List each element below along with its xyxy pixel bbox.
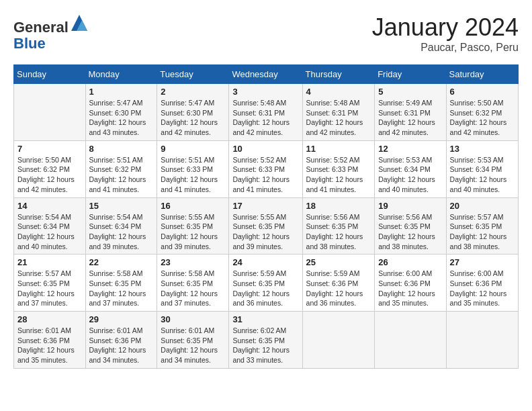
day-number: 21: [17, 257, 82, 267]
day-info: Sunrise: 5:56 AM Sunset: 6:35 PM Dayligh…: [378, 212, 442, 252]
calendar-title: January 2024: [372, 13, 519, 42]
day-info: Sunrise: 5:55 AM Sunset: 6:35 PM Dayligh…: [232, 212, 298, 252]
calendar-cell: 4Sunrise: 5:48 AM Sunset: 6:31 PM Daylig…: [302, 84, 375, 141]
calendar-cell: 25Sunrise: 5:59 AM Sunset: 6:36 PM Dayli…: [302, 255, 375, 312]
calendar-cell: [302, 312, 375, 369]
calendar-cell: [446, 312, 518, 369]
day-number: 10: [232, 144, 298, 154]
logo-icon: [70, 13, 89, 32]
day-number: 7: [17, 144, 82, 154]
day-info: Sunrise: 5:57 AM Sunset: 6:35 PM Dayligh…: [450, 212, 515, 252]
day-number: 24: [232, 257, 298, 267]
day-number: 8: [89, 144, 154, 154]
title-section: January 2024 Paucar, Pasco, Peru: [372, 13, 519, 54]
day-number: 5: [378, 87, 442, 97]
day-info: Sunrise: 6:00 AM Sunset: 6:36 PM Dayligh…: [378, 269, 442, 308]
calendar-cell: 13Sunrise: 5:53 AM Sunset: 6:34 PM Dayli…: [446, 140, 518, 197]
calendar-cell: 8Sunrise: 5:51 AM Sunset: 6:32 PM Daylig…: [85, 140, 157, 197]
day-number: 22: [89, 257, 154, 267]
calendar-cell: 16Sunrise: 5:55 AM Sunset: 6:35 PM Dayli…: [157, 197, 229, 255]
day-info: Sunrise: 6:02 AM Sunset: 6:35 PM Dayligh…: [232, 326, 298, 365]
day-number: 6: [450, 87, 515, 97]
day-info: Sunrise: 5:59 AM Sunset: 6:36 PM Dayligh…: [306, 269, 371, 308]
calendar-cell: 19Sunrise: 5:56 AM Sunset: 6:35 PM Dayli…: [375, 197, 446, 255]
calendar-cell: 27Sunrise: 6:00 AM Sunset: 6:36 PM Dayli…: [446, 255, 518, 312]
calendar-cell: 2Sunrise: 5:47 AM Sunset: 6:30 PM Daylig…: [157, 84, 229, 141]
day-number: 17: [232, 201, 298, 211]
day-info: Sunrise: 5:53 AM Sunset: 6:34 PM Dayligh…: [378, 155, 442, 195]
calendar-cell: 11Sunrise: 5:52 AM Sunset: 6:33 PM Dayli…: [302, 140, 375, 197]
day-info: Sunrise: 5:50 AM Sunset: 6:32 PM Dayligh…: [450, 98, 515, 138]
calendar-week-row: 1Sunrise: 5:47 AM Sunset: 6:30 PM Daylig…: [14, 84, 519, 141]
weekday-header-monday: Monday: [85, 65, 157, 84]
calendar-table: SundayMondayTuesdayWednesdayThursdayFrid…: [13, 64, 519, 369]
calendar-week-row: 28Sunrise: 6:01 AM Sunset: 6:36 PM Dayli…: [14, 312, 519, 369]
weekday-header-wednesday: Wednesday: [229, 65, 302, 84]
day-info: Sunrise: 5:47 AM Sunset: 6:30 PM Dayligh…: [89, 98, 154, 138]
calendar-cell: 18Sunrise: 5:56 AM Sunset: 6:35 PM Dayli…: [302, 197, 375, 255]
day-number: 13: [450, 144, 515, 154]
calendar-cell: 9Sunrise: 5:51 AM Sunset: 6:33 PM Daylig…: [157, 140, 229, 197]
calendar-cell: 31Sunrise: 6:02 AM Sunset: 6:35 PM Dayli…: [229, 312, 302, 369]
logo-general: General: [13, 19, 69, 36]
day-info: Sunrise: 5:52 AM Sunset: 6:33 PM Dayligh…: [306, 155, 371, 195]
logo: General Blue: [13, 13, 89, 52]
calendar-cell: 28Sunrise: 6:01 AM Sunset: 6:36 PM Dayli…: [14, 312, 86, 369]
calendar-cell: 1Sunrise: 5:47 AM Sunset: 6:30 PM Daylig…: [85, 84, 157, 141]
day-number: 14: [17, 201, 82, 211]
calendar-cell: [375, 312, 446, 369]
day-info: Sunrise: 5:53 AM Sunset: 6:34 PM Dayligh…: [450, 155, 515, 195]
calendar-cell: 12Sunrise: 5:53 AM Sunset: 6:34 PM Dayli…: [375, 140, 446, 197]
day-number: 1: [89, 87, 154, 97]
day-info: Sunrise: 5:54 AM Sunset: 6:34 PM Dayligh…: [89, 212, 154, 252]
day-number: 28: [17, 314, 82, 324]
logo-blue: Blue: [13, 35, 46, 52]
day-info: Sunrise: 5:52 AM Sunset: 6:33 PM Dayligh…: [232, 155, 298, 195]
calendar-cell: 30Sunrise: 6:01 AM Sunset: 6:35 PM Dayli…: [157, 312, 229, 369]
day-number: 11: [306, 144, 371, 154]
day-info: Sunrise: 5:48 AM Sunset: 6:31 PM Dayligh…: [306, 98, 371, 138]
day-info: Sunrise: 5:58 AM Sunset: 6:35 PM Dayligh…: [161, 269, 225, 308]
day-info: Sunrise: 5:49 AM Sunset: 6:31 PM Dayligh…: [378, 98, 442, 138]
calendar-cell: 7Sunrise: 5:50 AM Sunset: 6:32 PM Daylig…: [14, 140, 86, 197]
day-info: Sunrise: 5:50 AM Sunset: 6:32 PM Dayligh…: [17, 155, 82, 195]
calendar-cell: 14Sunrise: 5:54 AM Sunset: 6:34 PM Dayli…: [14, 197, 86, 255]
calendar-cell: 20Sunrise: 5:57 AM Sunset: 6:35 PM Dayli…: [446, 197, 518, 255]
calendar-cell: 10Sunrise: 5:52 AM Sunset: 6:33 PM Dayli…: [229, 140, 302, 197]
day-number: 23: [161, 257, 225, 267]
day-number: 31: [232, 314, 298, 324]
calendar-cell: 15Sunrise: 5:54 AM Sunset: 6:34 PM Dayli…: [85, 197, 157, 255]
weekday-header-friday: Friday: [375, 65, 446, 84]
day-number: 4: [306, 87, 371, 97]
calendar-cell: [14, 84, 86, 141]
calendar-cell: 17Sunrise: 5:55 AM Sunset: 6:35 PM Dayli…: [229, 197, 302, 255]
day-number: 20: [450, 201, 515, 211]
day-number: 25: [306, 257, 371, 267]
calendar-cell: 29Sunrise: 6:01 AM Sunset: 6:36 PM Dayli…: [85, 312, 157, 369]
day-number: 19: [378, 201, 442, 211]
day-number: 16: [161, 201, 225, 211]
day-info: Sunrise: 5:48 AM Sunset: 6:31 PM Dayligh…: [232, 98, 298, 138]
day-info: Sunrise: 5:51 AM Sunset: 6:32 PM Dayligh…: [89, 155, 154, 195]
calendar-week-row: 14Sunrise: 5:54 AM Sunset: 6:34 PM Dayli…: [14, 197, 519, 255]
calendar-cell: 23Sunrise: 5:58 AM Sunset: 6:35 PM Dayli…: [157, 255, 229, 312]
calendar-cell: 6Sunrise: 5:50 AM Sunset: 6:32 PM Daylig…: [446, 84, 518, 141]
calendar-cell: 26Sunrise: 6:00 AM Sunset: 6:36 PM Dayli…: [375, 255, 446, 312]
calendar-week-row: 21Sunrise: 5:57 AM Sunset: 6:35 PM Dayli…: [14, 255, 519, 312]
day-info: Sunrise: 5:54 AM Sunset: 6:34 PM Dayligh…: [17, 212, 82, 252]
day-number: 18: [306, 201, 371, 211]
day-info: Sunrise: 6:01 AM Sunset: 6:36 PM Dayligh…: [17, 326, 82, 365]
day-info: Sunrise: 5:47 AM Sunset: 6:30 PM Dayligh…: [161, 98, 225, 138]
day-number: 26: [378, 257, 442, 267]
day-info: Sunrise: 6:01 AM Sunset: 6:36 PM Dayligh…: [89, 326, 154, 365]
day-number: 12: [378, 144, 442, 154]
calendar-cell: 24Sunrise: 5:59 AM Sunset: 6:35 PM Dayli…: [229, 255, 302, 312]
day-number: 29: [89, 314, 154, 324]
day-info: Sunrise: 6:01 AM Sunset: 6:35 PM Dayligh…: [161, 326, 225, 365]
weekday-header-tuesday: Tuesday: [157, 65, 229, 84]
calendar-week-row: 7Sunrise: 5:50 AM Sunset: 6:32 PM Daylig…: [14, 140, 519, 197]
calendar-cell: 21Sunrise: 5:57 AM Sunset: 6:35 PM Dayli…: [14, 255, 86, 312]
day-number: 15: [89, 201, 154, 211]
calendar-subtitle: Paucar, Pasco, Peru: [372, 42, 519, 54]
day-info: Sunrise: 6:00 AM Sunset: 6:36 PM Dayligh…: [450, 269, 515, 308]
